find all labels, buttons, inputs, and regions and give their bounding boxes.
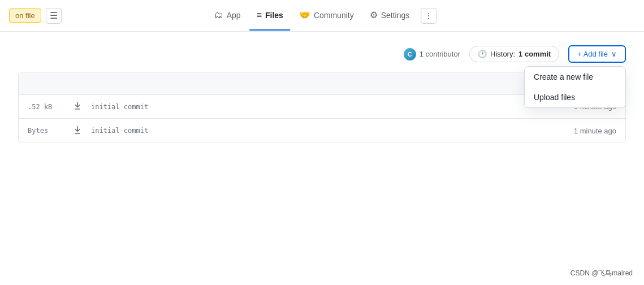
nav-item-app-label: App [227, 11, 241, 20]
app-icon: 🗂 [214, 10, 223, 20]
nav-more-button[interactable]: ⋮ [421, 8, 436, 24]
avatar-initials: C [408, 51, 412, 58]
top-nav: on file ☰ 🗂 App ≡ Files 🤝 Community ⚙ Se… [0, 0, 644, 32]
commit-message-1: initial commit [91, 103, 548, 111]
settings-icon: ⚙ [370, 10, 378, 20]
history-value: 1 commit [518, 50, 551, 58]
upload-files-item[interactable]: Upload files [525, 87, 625, 107]
community-icon: 🤝 [299, 10, 310, 20]
nav-item-community-label: Community [314, 11, 354, 20]
clock-icon: 🕐 [478, 50, 487, 58]
add-file-button[interactable]: + Add file ∨ [568, 45, 626, 63]
file-size-1: .52 kB [28, 103, 73, 111]
history-label: History: [490, 50, 515, 58]
table-row: Bytes initial commit 1 minute ago [19, 119, 625, 142]
nav-item-files-label: Files [265, 11, 283, 20]
action-bar: C 1 contributor 🕐 History: 1 commit + Ad… [18, 45, 626, 63]
contributor-badge: C 1 contributor [404, 48, 460, 61]
hamburger-icon: ☰ [50, 10, 58, 21]
nav-menu-icon[interactable]: ☰ [46, 8, 62, 24]
contributor-avatar: C [404, 48, 416, 61]
download-icon-2[interactable] [73, 126, 91, 136]
nav-tab-label[interactable]: on file [9, 8, 41, 23]
chevron-down-icon: ∨ [611, 50, 617, 58]
files-icon: ≡ [257, 10, 262, 20]
nav-item-settings-label: Settings [381, 11, 410, 20]
add-file-label: + Add file [577, 50, 608, 58]
file-size-2: Bytes [28, 127, 73, 135]
commit-message-2: initial commit [91, 127, 548, 135]
nav-item-community[interactable]: 🤝 Community [292, 1, 361, 31]
history-button[interactable]: 🕐 History: 1 commit [469, 46, 559, 62]
download-icon-1[interactable] [73, 101, 91, 112]
nav-item-settings[interactable]: ⚙ Settings [363, 1, 417, 31]
more-icon: ⋮ [425, 11, 433, 20]
timestamp-2: 1 minute ago [548, 127, 616, 135]
contributor-count: 1 contributor [420, 50, 460, 58]
nav-item-app[interactable]: 🗂 App [208, 1, 248, 31]
add-file-dropdown-menu: Create a new file Upload files [524, 66, 626, 108]
nav-left: on file ☰ [9, 8, 62, 24]
nav-item-files[interactable]: ≡ Files [250, 1, 290, 31]
main-content: C 1 contributor 🕐 History: 1 commit + Ad… [0, 32, 644, 157]
nav-center: 🗂 App ≡ Files 🤝 Community ⚙ Settings ⋮ [208, 1, 437, 31]
add-file-dropdown-container: + Add file ∨ Create a new file Upload fi… [568, 45, 626, 63]
create-new-file-item[interactable]: Create a new file [525, 67, 625, 87]
